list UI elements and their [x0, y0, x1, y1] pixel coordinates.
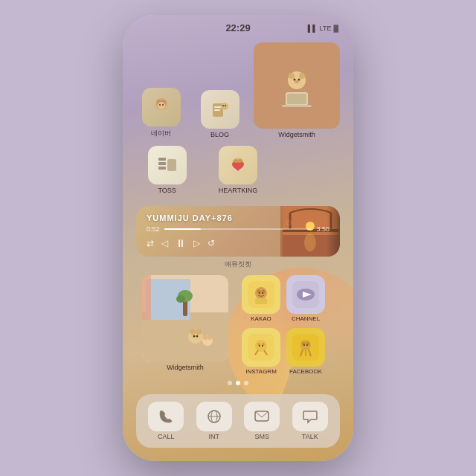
svg-point-3: [158, 102, 165, 109]
toss-label: TOSS: [158, 187, 176, 194]
svg-point-59: [262, 292, 263, 294]
music-controls: ⇄ ◁ ⏸ ▷ ↺: [147, 237, 329, 249]
channel-icon: [286, 275, 325, 314]
svg-point-68: [259, 345, 260, 347]
status-time: 22:29: [141, 22, 335, 33]
bottom-apps: Widgetsmith: [123, 275, 353, 375]
screen: 22:29 ▌▌ LTE ▓: [123, 15, 353, 461]
widgetsmith-bottom-widget[interactable]: Widgetsmith: [136, 275, 234, 375]
svg-point-76: [303, 344, 305, 346]
app-row-1: 네이버 BLOG: [136, 42, 340, 138]
music-time-current: 0:52: [147, 225, 160, 233]
svg-point-15: [299, 73, 305, 79]
svg-point-17: [298, 79, 300, 81]
app-row-2: TOSS HEART: [136, 146, 340, 194]
naver-label: 네이버: [151, 129, 171, 138]
svg-rect-20: [287, 94, 306, 104]
kakao-icon: [242, 275, 280, 314]
dock-item-int[interactable]: INT: [190, 402, 239, 440]
app-instagram[interactable]: INSTAGRM: [242, 328, 280, 375]
dock-item-sms[interactable]: SMS: [238, 402, 286, 440]
talk-icon: [301, 408, 319, 425]
blog-icon: [201, 90, 239, 129]
svg-point-18: [295, 80, 299, 83]
kakao-label: KAKAO: [251, 315, 271, 322]
svg-point-16: [294, 79, 296, 81]
widgetsmith-bottom-icon: [142, 275, 228, 361]
svg-rect-23: [158, 162, 166, 165]
music-title: YUMMIJU DAY+876: [147, 213, 329, 222]
app-channel[interactable]: CHANNEL: [286, 275, 325, 322]
app-toss[interactable]: TOSS: [136, 146, 198, 194]
page-dot-3[interactable]: [244, 381, 248, 385]
svg-point-77: [306, 344, 308, 346]
prev-button[interactable]: ◁: [161, 238, 168, 248]
lte-label: LTE: [320, 25, 332, 32]
dock-item-talk[interactable]: TALK: [286, 402, 335, 440]
svg-point-48: [196, 329, 202, 335]
svg-rect-7: [214, 106, 222, 108]
instagram-label: INSTAGRM: [245, 368, 277, 375]
page-dot-2[interactable]: [236, 381, 240, 385]
svg-point-14: [289, 73, 295, 79]
app-naver[interactable]: 네이버: [136, 88, 186, 138]
svg-point-9: [221, 103, 228, 110]
svg-point-52: [203, 335, 208, 340]
channel-label: CHANNEL: [292, 315, 320, 322]
small-icon-row-1: KAKAO CHANNEL: [242, 275, 340, 322]
int-icon-box: [196, 402, 232, 431]
dock: CALL INT SM: [136, 394, 340, 448]
battery-icon: ▓: [333, 25, 338, 32]
svg-rect-22: [158, 158, 166, 161]
app-facebook[interactable]: FACEBOOK: [286, 328, 325, 375]
svg-point-4: [159, 104, 161, 106]
status-icons: ▌▌ LTE ▓: [308, 25, 338, 32]
app-kakao[interactable]: KAKAO: [242, 275, 280, 322]
music-progress-bar[interactable]: [164, 228, 312, 230]
next-button[interactable]: ▷: [193, 238, 200, 248]
svg-rect-25: [167, 159, 176, 171]
svg-point-44: [176, 295, 185, 303]
bottom-app-row: Widgetsmith: [136, 275, 340, 375]
instagram-icon: [242, 328, 280, 367]
sms-icon: [253, 408, 271, 425]
dock-item-call[interactable]: CALL: [142, 402, 190, 440]
repeat-button[interactable]: ↺: [208, 238, 215, 248]
sms-label: SMS: [254, 433, 269, 440]
int-icon: [205, 408, 223, 425]
pause-button[interactable]: ⏸: [176, 237, 186, 249]
blog-label: BLOG: [210, 131, 229, 138]
call-icon-box: [148, 402, 184, 431]
music-progress-fill: [164, 228, 202, 230]
svg-point-65: [255, 340, 267, 352]
app-blog[interactable]: BLOG: [195, 90, 245, 138]
svg-point-53: [208, 335, 212, 340]
shuffle-button[interactable]: ⇄: [147, 238, 154, 248]
phone-frame: 22:29 ▌▌ LTE ▓: [123, 15, 353, 461]
widgetsmith-large-label: Widgetsmith: [278, 131, 315, 138]
music-widget[interactable]: ♡ YUMMIJU DAY+876 0:52 3:50 ⇄ ◁ ⏸ ▷ ↺: [136, 206, 340, 257]
svg-point-49: [193, 335, 196, 338]
svg-point-47: [190, 329, 196, 335]
small-icon-row-2: INSTAGRM: [242, 328, 340, 375]
music-widget-content: ♡ YUMMIJU DAY+876 0:52 3:50 ⇄ ◁ ⏸ ▷ ↺: [147, 213, 329, 249]
svg-rect-8: [214, 109, 220, 111]
page-dot-1[interactable]: [228, 381, 232, 385]
music-time-row: 0:52 3:50: [147, 225, 329, 233]
music-time-total: 3:50: [316, 225, 329, 233]
app-widgetsmith-large-top[interactable]: Widgetsmith: [254, 42, 340, 138]
signal-icon: ▌▌: [308, 25, 318, 32]
toss-icon: [148, 146, 187, 184]
svg-point-55: [255, 287, 267, 299]
app-heartking[interactable]: HEARTKING: [207, 146, 268, 194]
svg-point-58: [259, 292, 260, 294]
app-grid-top: 네이버 BLOG: [123, 36, 353, 206]
widgetsmith-large-icon: [254, 42, 340, 129]
svg-rect-21: [282, 105, 312, 107]
svg-point-11: [225, 105, 226, 106]
music-heart-icon: ♡: [286, 219, 292, 228]
widgetsmith-bottom-label: Widgetsmith: [167, 364, 204, 371]
svg-rect-60: [255, 298, 267, 304]
music-widget-label: 애뮤짓켓: [136, 260, 340, 269]
call-icon: [157, 408, 175, 425]
